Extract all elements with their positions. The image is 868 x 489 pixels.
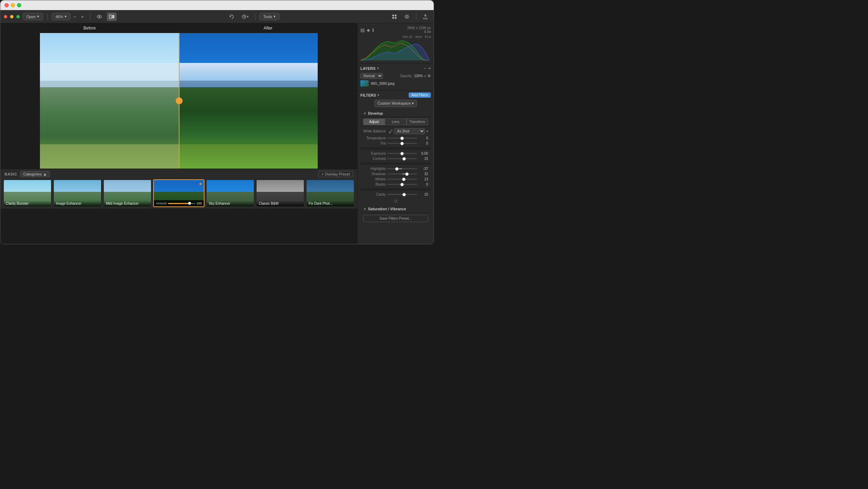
maximize-button[interactable]: [17, 3, 21, 7]
grid-view-button[interactable]: [390, 13, 399, 21]
workspace-chevron-icon: ▾: [412, 101, 414, 105]
svg-point-10: [406, 16, 408, 18]
filters-title: FILTERS ▾: [360, 93, 379, 97]
exposure-slider[interactable]: [387, 153, 417, 154]
divider-2: [360, 163, 431, 165]
close-button[interactable]: [5, 3, 9, 7]
wb-select[interactable]: As Shot Auto Daylight Cloudy Custom: [394, 128, 425, 134]
layer-settings-button[interactable]: ⚙: [427, 74, 431, 78]
compare-icon: [109, 14, 115, 19]
add-layer-button[interactable]: +: [428, 66, 431, 71]
histogram-type-icon[interactable]: ▤: [360, 27, 365, 33]
preset-sky-bw: [257, 180, 304, 193]
blend-mode-select[interactable]: Normal Multiply Screen Overlay: [360, 73, 383, 79]
saturation-title: Saturation / Vibrance: [368, 207, 406, 211]
histogram-info-icon[interactable]: ℹ: [372, 27, 374, 33]
shadows-thumb[interactable]: [405, 172, 409, 176]
adjust-tabs: Adjust Lens Transform: [360, 117, 431, 127]
clarity-slider[interactable]: [387, 194, 417, 195]
preset-mild-enhancer[interactable]: Mild Image Enhancer: [103, 179, 152, 207]
preview-button[interactable]: [94, 13, 104, 21]
contrast-row: Contrast 15: [360, 156, 431, 161]
image-dimensions: 3998 x 2298 px: [407, 26, 431, 30]
split-handle[interactable]: [176, 97, 183, 104]
split-divider[interactable]: [179, 33, 180, 169]
preset-sky-enhancer[interactable]: Sky Enhancer: [206, 179, 254, 207]
grid-icon: [392, 14, 397, 19]
wb-picker-icon[interactable]: 🖊: [389, 129, 393, 133]
add-filters-button[interactable]: Add Filters: [409, 92, 431, 98]
preset-label-bw: Classic B&W: [257, 201, 304, 206]
filters-section[interactable]: FILTERS ▾ Add Filters Custom Workspace ▾…: [358, 90, 434, 244]
open-button[interactable]: Open ▾: [23, 13, 43, 20]
develop-header[interactable]: ▼ Develop: [360, 110, 431, 117]
minimize-button[interactable]: [11, 3, 15, 7]
vivid-amount-row: Amount 100: [154, 200, 204, 206]
highlights-slider[interactable]: [387, 168, 417, 169]
zoom-increase-button[interactable]: +: [79, 13, 86, 21]
compare-button[interactable]: [107, 13, 117, 21]
whites-thumb[interactable]: [402, 178, 406, 181]
temperature-thumb[interactable]: [400, 137, 404, 140]
toolbar-close-icon[interactable]: [4, 15, 7, 18]
blend-row: Normal Multiply Screen Overlay Opacity: …: [360, 73, 431, 79]
separator-1: [47, 13, 48, 20]
clarity-thumb[interactable]: [402, 193, 406, 196]
tools-button[interactable]: Tools ▾: [259, 13, 279, 20]
comparison-labels: Before After: [0, 23, 357, 33]
settings-button[interactable]: [402, 13, 412, 21]
after-image: [179, 33, 318, 169]
right-panel: ▤ ◈ ℹ 3998 x 2298 px 8-bit ISO 20 4mm f/…: [357, 23, 434, 244]
tint-slider[interactable]: [387, 143, 417, 144]
settings-icon: [404, 14, 410, 19]
tab-lens[interactable]: Lens: [385, 119, 406, 125]
history-button[interactable]: ▾: [239, 13, 251, 21]
blacks-slider[interactable]: [387, 184, 417, 185]
zoom-display[interactable]: 46% ▾: [52, 13, 70, 20]
workspace-button[interactable]: Custom Workspace ▾: [374, 100, 417, 107]
amount-slider[interactable]: [168, 203, 195, 204]
categories-button[interactable]: Categories ▲: [20, 171, 50, 177]
preset-vivid[interactable]: Amount 100 ★: [153, 179, 205, 207]
export-button[interactable]: [420, 13, 430, 21]
tint-thumb[interactable]: [400, 142, 404, 145]
save-preset-button[interactable]: Save Filters Preset...: [363, 215, 428, 222]
blacks-thumb[interactable]: [400, 183, 404, 186]
saturation-header[interactable]: ▼ Saturation / Vibrance: [360, 205, 431, 212]
contrast-thumb[interactable]: [402, 157, 406, 161]
histogram-color-icon[interactable]: ◈: [367, 27, 370, 33]
histogram-chart: [360, 40, 431, 60]
layers-title-text: LAYERS: [360, 66, 376, 71]
tab-adjust[interactable]: Adjust: [363, 119, 385, 125]
zoom-decrease-button[interactable]: −: [71, 13, 78, 21]
undo-button[interactable]: [227, 13, 236, 21]
highlights-thumb[interactable]: [395, 167, 399, 171]
toolbar-maximize-icon[interactable]: [16, 15, 20, 18]
toolbar-minimize-icon[interactable]: [10, 15, 14, 18]
preset-fix-dark[interactable]: Fix Dark Phot...: [306, 179, 354, 207]
tab-transform[interactable]: Transform: [407, 119, 428, 125]
tab-transform-label: Transform: [409, 120, 425, 124]
blacks-label: Blacks: [363, 182, 386, 186]
history-chevron: ▾: [247, 15, 249, 18]
layer-name: IMG_0080.jpeg: [371, 82, 431, 85]
overlay-preset-button[interactable]: + Overlay Preset: [318, 171, 353, 177]
reset-icon[interactable]: ↺: [394, 198, 398, 204]
contrast-slider[interactable]: [387, 158, 417, 159]
image-container[interactable]: [40, 33, 318, 169]
exposure-thumb[interactable]: [400, 152, 404, 155]
preset-image-enhancer[interactable]: Image Enhancer: [53, 179, 102, 207]
temperature-slider[interactable]: [387, 138, 417, 139]
preset-bw[interactable]: Classic B&W: [256, 179, 304, 207]
shadows-slider[interactable]: [387, 173, 417, 174]
svg-rect-7: [395, 15, 397, 16]
exif-row: ISO 20 4mm f/1.8: [360, 35, 431, 39]
layers-header: LAYERS ▾ − +: [360, 66, 431, 71]
preset-clarity-booster[interactable]: Clarity Booster: [3, 179, 52, 207]
shadows-row: Shadows 32: [360, 171, 431, 177]
focal-length: 4mm: [415, 35, 422, 39]
whites-slider[interactable]: [387, 179, 417, 180]
whites-value: 13: [418, 177, 428, 181]
filters-header: FILTERS ▾ Add Filters: [360, 92, 431, 98]
minimize-layers-button[interactable]: −: [424, 66, 426, 71]
